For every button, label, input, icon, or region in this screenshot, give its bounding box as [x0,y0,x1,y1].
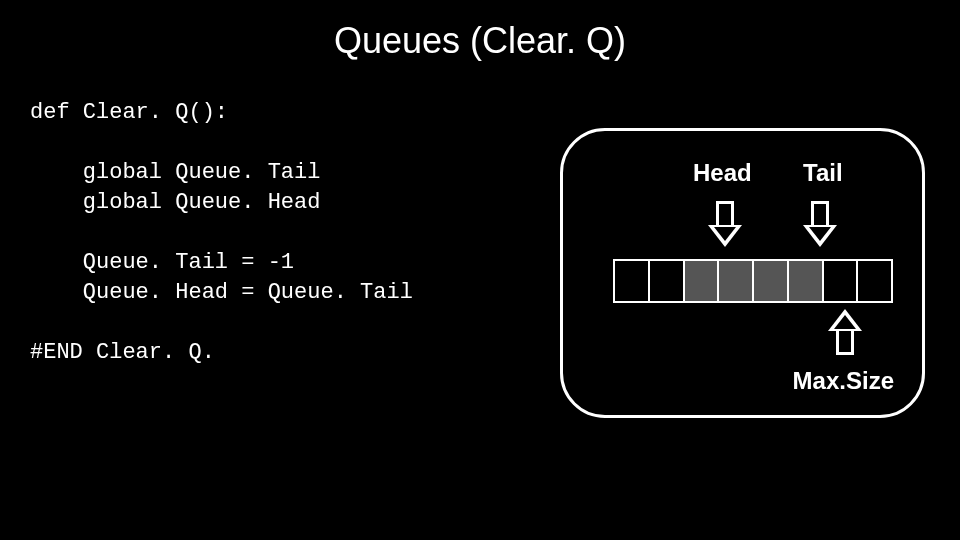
queue-cell [858,261,891,301]
maxsize-label: Max.Size [793,367,894,395]
queue-cells [613,259,893,303]
code-line: Queue. Tail = -1 [30,250,294,275]
code-line: global Queue. Head [30,190,320,215]
arrow-up-icon [828,305,862,355]
queue-cell [650,261,685,301]
queue-cell [719,261,754,301]
code-line: global Queue. Tail [30,160,320,185]
queue-cell [824,261,859,301]
arrow-down-icon [803,201,837,251]
code-line: Queue. Head = Queue. Tail [30,280,413,305]
arrow-down-icon [708,201,742,251]
head-label: Head [693,159,752,187]
code-line: def Clear. Q(): [30,100,228,125]
code-line: #END Clear. Q. [30,340,215,365]
queue-cell [789,261,824,301]
queue-cell [615,261,650,301]
code-block: def Clear. Q(): global Queue. Tail globa… [30,98,413,368]
queue-cell [685,261,720,301]
tail-label: Tail [803,159,843,187]
slide-title: Queues (Clear. Q) [0,0,960,62]
queue-cell [754,261,789,301]
queue-diagram: Head Tail Max.Size [560,128,925,418]
